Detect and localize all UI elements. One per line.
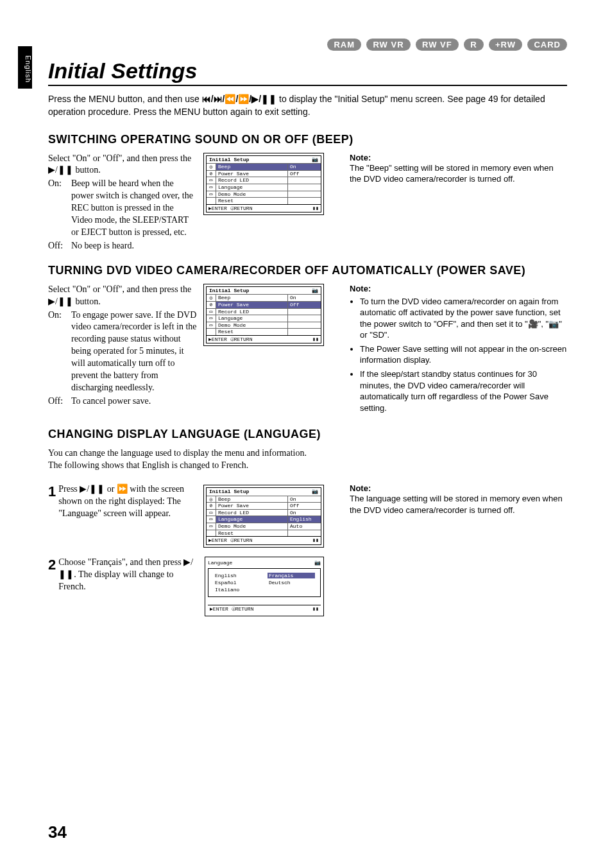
beep-off-text: No beep is heard. — [71, 240, 324, 252]
step-1-number: 1 — [48, 483, 56, 520]
osd-row-val: On — [287, 496, 321, 503]
osd-row-val — [287, 315, 321, 322]
osd-lang-title: Initial Setup — [209, 489, 249, 494]
osd-row-label: Record LED — [216, 510, 287, 516]
badge-card: CARD — [527, 39, 567, 51]
osd-row-val: Off — [287, 503, 321, 509]
osd-row-val — [287, 309, 321, 315]
osd-psave-title: Initial Setup — [209, 288, 249, 293]
intro-paragraph: Press the MENU button, and then use ⏮/⏭/… — [48, 92, 567, 119]
step-2-number: 2 — [48, 557, 56, 593]
osd-row-val: On — [287, 164, 321, 170]
psave-on-text: To engage power save. If the DVD video c… — [71, 309, 197, 394]
beep-on-label: On: — [48, 178, 71, 238]
battery-icon: ▮▮ — [312, 336, 319, 343]
beep-left: Initial Setup 📷 ◎BeepOn ⊘Power SaveOff ▭… — [48, 153, 324, 252]
badge-r: R — [464, 39, 483, 51]
badge-rwvr: RW VR — [366, 39, 410, 51]
battery-icon: ▮▮ — [312, 606, 319, 612]
osd-row-label: Record LED — [216, 177, 287, 184]
osd-row-label: Demo Mode — [216, 191, 287, 198]
psave-note-head: Note: — [350, 284, 567, 293]
psave-right: Note: To turn the DVD video camera/recor… — [350, 284, 567, 416]
badge-plusrw: +RW — [489, 39, 522, 51]
osd-row-val: Off — [287, 302, 321, 308]
lang-opt-italiano: Italiano — [214, 587, 261, 593]
osd-row-label: Beep — [216, 496, 287, 503]
lang-opt-deutsch: Deutsch — [268, 580, 315, 586]
lang-opt-espanol: Español — [214, 580, 261, 586]
lang-opt-francais: Français — [268, 573, 315, 578]
osd-psave: Initial Setup 📷 ◎BeepOn ⊘Power SaveOff ▭… — [203, 284, 324, 347]
step-2-text: Choose "Français", and then press ▶/❚❚. … — [58, 557, 198, 593]
page-number: 34 — [48, 822, 67, 842]
osd-foot-enter: ENTER — [212, 205, 227, 211]
lang-right: Note: The language setting will be store… — [350, 483, 567, 625]
osd-row-val: Off — [287, 171, 321, 177]
osd-row-label: Beep — [216, 164, 287, 170]
osd-row-label: Reset — [216, 198, 287, 204]
osd-foot-enter: ENTER — [212, 537, 227, 543]
lang-opt-english: English — [214, 573, 261, 578]
osd-row-val — [287, 322, 321, 329]
psave-note-3: If the sleep/start standby status contin… — [360, 369, 567, 413]
osd-foot-enter: ENTER — [213, 606, 228, 612]
section-heading-powersave: TURNING DVD VIDEO CAMERA/RECORDER OFF AU… — [48, 264, 567, 277]
battery-icon: ▮▮ — [312, 537, 319, 544]
page: English RAM RW VR RW VF R +RW CARD Initi… — [0, 0, 612, 868]
osd-beep-title: Initial Setup — [209, 157, 249, 162]
language-tab: English — [18, 46, 32, 89]
osd-row-label: Power Save — [216, 171, 287, 177]
beep-off-label: Off: — [48, 240, 71, 252]
osd-row-val: On — [287, 295, 321, 301]
psave-on-label: On: — [48, 309, 71, 394]
section-heading-language: CHANGING DISPLAY LANGUAGE (LANGUAGE) — [48, 428, 567, 441]
intro-text-a: Press the MENU button, and then use — [48, 94, 202, 104]
beep-note-text: The "Beep" setting will be stored in mem… — [350, 162, 567, 185]
psave-off-text: To cancel power save. — [71, 395, 324, 408]
osd-row-label: Language — [216, 516, 287, 523]
osd-foot-enter: ENTER — [212, 336, 227, 342]
battery-icon: ▮▮ — [312, 205, 319, 212]
beep-right: Note: The "Beep" setting will be stored … — [350, 153, 567, 252]
lang-note-head: Note: — [350, 483, 567, 493]
psave-left: Initial Setup 📷 ◎BeepOn ⊘Power SaveOff ▭… — [48, 284, 324, 416]
psave-note-2: The Power Save setting will not appear i… — [360, 343, 567, 366]
lang-columns: 1 Press ▶/❚❚ or ⏩ with the screen shown … — [48, 483, 567, 625]
osd-row-label: Reset — [216, 329, 287, 335]
osd-row-label: Power Save — [216, 302, 287, 308]
step-1: 1 Press ▶/❚❚ or ⏩ with the screen shown … — [48, 483, 324, 548]
language-intro: You can change the language used to disp… — [48, 447, 567, 472]
osd-foot-return: RETURN — [234, 336, 253, 342]
osd-row-val — [287, 184, 321, 191]
osd-lang-select-title: Language — [208, 560, 232, 566]
osd-foot-return: RETURN — [234, 537, 253, 543]
page-title: Initial Settings — [48, 58, 567, 86]
beep-on-text: Beep will be heard when the power switch… — [71, 178, 197, 238]
badge-rwvf: RW VF — [416, 39, 459, 51]
camera-icon: 📷 — [312, 288, 318, 294]
camera-icon: 📷 — [312, 157, 318, 163]
camera-icon: 📷 — [314, 560, 321, 566]
osd-row-label: Power Save — [216, 503, 287, 509]
osd-row-label: Demo Mode — [216, 322, 287, 329]
osd-row-val: English — [287, 516, 321, 523]
osd-row-label: Language — [216, 184, 287, 191]
osd-row-label: Record LED — [216, 309, 287, 315]
osd-row-label: Demo Mode — [216, 523, 287, 530]
osd-row-val — [287, 177, 321, 184]
osd-row-label: Reset — [216, 530, 287, 537]
lang-note-text: The language setting will be stored in m… — [350, 493, 567, 516]
beep-note-head: Note: — [350, 153, 567, 162]
media-badges-row: RAM RW VR RW VF R +RW CARD — [48, 39, 567, 51]
psave-note-list: To turn the DVD video camera/recorder on… — [350, 296, 567, 413]
osd-lang-select: Language 📷 English Français Español Deut… — [205, 557, 324, 616]
badge-ram: RAM — [327, 39, 361, 51]
osd-row-val — [287, 191, 321, 198]
osd-lang-menu: Initial Setup 📷 ◎BeepOn ⊘Power SaveOff ▭… — [203, 485, 324, 548]
section-heading-beep: SWITCHING OPERATING SOUND ON OR OFF (BEE… — [48, 133, 567, 146]
osd-row-val — [287, 530, 321, 537]
psave-columns: Initial Setup 📷 ◎BeepOn ⊘Power SaveOff ▭… — [48, 284, 567, 416]
osd-row-val — [287, 198, 321, 204]
osd-row-val — [287, 329, 321, 335]
